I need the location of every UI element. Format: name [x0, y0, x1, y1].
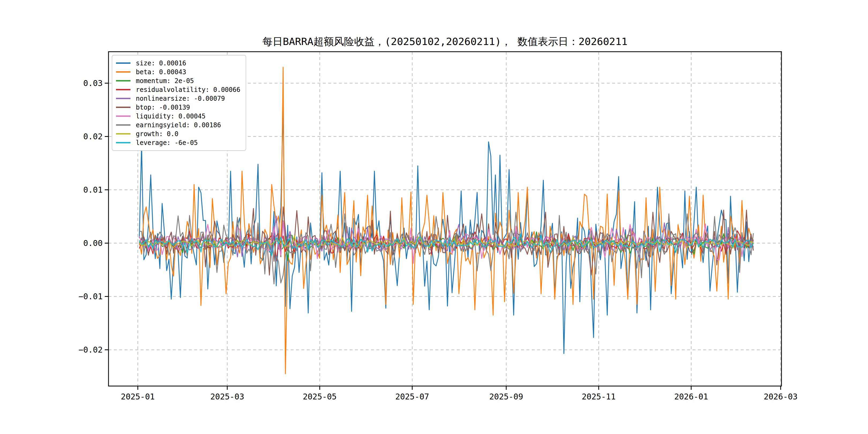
- y-tick-label: −0.01: [79, 292, 103, 301]
- legend-swatch-leverage: [116, 142, 130, 143]
- legend-label-beta: beta: 0.00043: [136, 68, 186, 76]
- x-tick-label: 2025-01: [121, 392, 155, 401]
- y-tick-label: 0.01: [83, 185, 103, 194]
- legend-item-nonlinearsize: nonlinearsize: -0.00079: [116, 94, 240, 103]
- x-tick-label: 2025-07: [395, 392, 429, 401]
- legend-swatch-nonlinearsize: [116, 98, 130, 99]
- legend-label-growth: growth: 0.0: [136, 130, 179, 138]
- x-tick-label: 2025-11: [582, 392, 616, 401]
- y-tick-label: 0.03: [83, 79, 103, 88]
- legend-label-earningsyield: earningsyield: 0.00186: [136, 121, 221, 129]
- legend-box: size: 0.00016beta: 0.00043momentum: 2e-0…: [112, 55, 246, 151]
- legend-swatch-liquidity: [116, 116, 130, 117]
- legend-item-size: size: 0.00016: [116, 59, 240, 67]
- legend-swatch-size: [116, 62, 130, 64]
- y-tick-label: 0.02: [83, 132, 103, 141]
- x-tick-label: 2026-03: [764, 392, 798, 401]
- x-tick-label: 2025-05: [303, 392, 337, 401]
- legend-item-leverage: leverage: -6e-05: [116, 138, 240, 147]
- legend-label-momentum: momentum: 2e-05: [136, 77, 194, 85]
- chart-title: 每日BARRA超额风险收益，(20250102,20260211)， 数值表示日…: [108, 35, 781, 48]
- legend-swatch-beta: [116, 71, 130, 72]
- legend-label-btop: btop: -0.00139: [136, 104, 190, 111]
- legend-item-momentum: momentum: 2e-05: [116, 76, 240, 85]
- legend-label-residualvolatility: residualvolatility: 0.00066: [136, 86, 240, 93]
- figure-canvas: 0.030.020.010.00−0.01−0.022025-012025-03…: [0, 0, 868, 434]
- legend-label-size: size: 0.00016: [136, 60, 186, 67]
- y-tick-label: −0.02: [79, 345, 103, 354]
- y-tick-label: 0.00: [83, 239, 103, 248]
- legend-swatch-growth: [116, 133, 130, 134]
- legend-swatch-earningsyield: [116, 124, 130, 126]
- legend-label-nonlinearsize: nonlinearsize: -0.00079: [136, 95, 225, 102]
- legend-label-liquidity: liquidity: 0.00045: [136, 113, 206, 120]
- legend-item-growth: growth: 0.0: [116, 129, 240, 138]
- legend-label-leverage: leverage: -6e-05: [136, 139, 198, 147]
- legend-item-residualvolatility: residualvolatility: 0.00066: [116, 85, 240, 94]
- legend-swatch-residualvolatility: [116, 89, 130, 90]
- x-tick-label: 2026-01: [674, 392, 708, 401]
- legend-swatch-btop: [116, 106, 130, 108]
- legend-swatch-momentum: [116, 80, 130, 82]
- legend-item-beta: beta: 0.00043: [116, 67, 240, 76]
- legend-item-earningsyield: earningsyield: 0.00186: [116, 121, 240, 129]
- legend-item-liquidity: liquidity: 0.00045: [116, 112, 240, 121]
- legend-item-btop: btop: -0.00139: [116, 103, 240, 112]
- x-tick-label: 2025-03: [210, 392, 244, 401]
- x-tick-label: 2025-09: [489, 392, 523, 401]
